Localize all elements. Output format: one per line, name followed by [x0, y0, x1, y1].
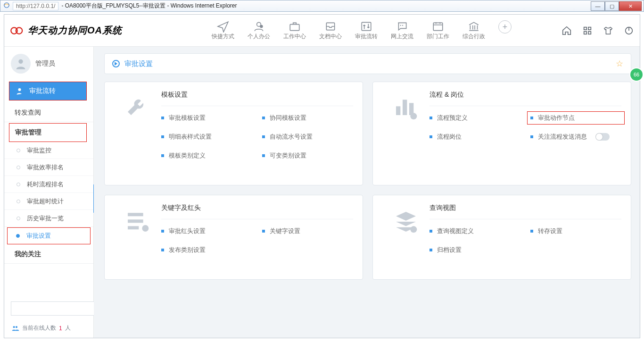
sidebar-sub-settings[interactable]: 审批设置: [7, 227, 91, 244]
svg-point-29: [410, 226, 417, 233]
breadcrumb-bar: 审批设置 ☆: [104, 53, 631, 74]
sidebar-link-manage[interactable]: 审批管理: [9, 123, 87, 142]
address-bar[interactable]: http://127.0.0.1/: [13, 2, 58, 10]
svg-point-8: [400, 25, 401, 26]
svg-rect-11: [584, 27, 587, 30]
bars-gear-icon: [393, 95, 419, 122]
link-template-category[interactable]: 模板类别定义: [161, 151, 253, 160]
card-title: 查询视图: [429, 204, 621, 219]
list-gear-icon: [124, 209, 151, 235]
home-icon[interactable]: [561, 25, 572, 36]
link-var-category[interactable]: 可变类别设置: [262, 151, 354, 160]
sidebar-primary-approval[interactable]: 审批流转: [9, 82, 86, 100]
paper-plane-icon: [217, 20, 229, 33]
content-area: 审批设置 ☆ 模板设置 审批模板设置 协同模板设置 明细表样式设置 自动流水号设…: [94, 47, 640, 338]
tools-icon: [124, 95, 151, 122]
power-icon[interactable]: [624, 25, 634, 36]
link-flow-predef[interactable]: 流程预定义: [429, 114, 521, 122]
logo: 华天动力协同OA系统: [10, 24, 122, 37]
person-icon: [253, 20, 265, 33]
flow-icon: [360, 20, 372, 33]
sidebar-sub-monitor[interactable]: 审批监控: [4, 142, 93, 159]
shirt-icon[interactable]: [603, 25, 613, 36]
svg-point-16: [18, 59, 23, 64]
link-redhead[interactable]: 审批红头设置: [161, 227, 253, 235]
svg-rect-26: [128, 219, 143, 223]
star-icon[interactable]: ☆: [616, 58, 623, 69]
bank-icon: [468, 20, 480, 33]
user-block: 管理员: [4, 47, 93, 81]
link-view-def[interactable]: 查询视图定义: [429, 227, 521, 235]
nav-personal[interactable]: 个人办公: [248, 20, 270, 41]
svg-rect-13: [584, 31, 587, 34]
link-auto-number[interactable]: 自动流水号设置: [262, 133, 354, 141]
chat-icon: [396, 20, 408, 33]
layers-gear-icon: [393, 209, 419, 235]
nav-add-button[interactable]: +: [498, 20, 512, 33]
maximize-button[interactable]: ▢: [605, 1, 619, 11]
tray-icon: [324, 20, 337, 33]
sidebar-submenu: 审批监控 审批效率排名 耗时流程排名 审批超时统计 历史审批一览 审批设置: [4, 142, 93, 245]
svg-point-4: [260, 25, 263, 28]
toggle-follow-msg[interactable]: [595, 133, 610, 141]
app-frame: 华天动力协同OA系统 快捷方式 个人办公 工作中心 文档中心 审批流转 网上交流…: [4, 14, 640, 338]
top-nav: 快捷方式 个人办公 工作中心 文档中心 审批流转 网上交流 部门工作 综合行政 …: [212, 20, 512, 41]
svg-rect-22: [403, 100, 407, 115]
nav-work[interactable]: 工作中心: [283, 20, 306, 41]
link-template-set[interactable]: 审批模板设置: [161, 114, 253, 122]
link-archive[interactable]: 归档设置: [429, 246, 521, 254]
link-flow-post[interactable]: 流程岗位: [429, 133, 521, 141]
sidebar-sub-time[interactable]: 耗时流程排名: [4, 176, 93, 193]
link-publish-cat[interactable]: 发布类别设置: [161, 246, 253, 254]
briefcase-icon: [289, 20, 301, 33]
play-bullet-icon: [112, 60, 120, 67]
link-action-node[interactable]: 审批动作节点: [527, 111, 625, 125]
sidebar-link-forward[interactable]: 转发查阅: [4, 103, 93, 122]
nav-chat[interactable]: 网上交流: [391, 20, 413, 41]
svg-rect-5: [290, 25, 299, 31]
person-check-icon: [16, 87, 25, 95]
nav-admin[interactable]: 综合行政: [462, 20, 485, 41]
nav-dept[interactable]: 部门工作: [427, 20, 449, 41]
window-title: - OA8000平台版_FPLMYSQL5--审批设置 - Windows In…: [61, 2, 237, 10]
svg-point-20: [16, 326, 17, 328]
svg-point-17: [18, 88, 21, 91]
close-button[interactable]: ✕: [619, 1, 642, 11]
card-template: 模板设置 审批模板设置 协同模板设置 明细表样式设置 自动流水号设置 模板类别定…: [104, 82, 363, 185]
app-header: 华天动力协同OA系统 快捷方式 个人办公 工作中心 文档中心 审批流转 网上交流…: [4, 15, 640, 47]
svg-rect-7: [362, 22, 371, 30]
link-transfer[interactable]: 转存设置: [530, 227, 622, 235]
ie-icon: [3, 2, 10, 10]
link-detail-style[interactable]: 明细表样式设置: [161, 133, 253, 141]
logo-text: 华天动力协同OA系统: [28, 24, 122, 37]
sidebar-sub-overtime[interactable]: 审批超时统计: [4, 193, 93, 210]
people-icon: [12, 325, 19, 331]
sidebar-search-input[interactable]: [11, 301, 99, 316]
logo-icon: [10, 26, 24, 35]
svg-point-24: [410, 113, 417, 119]
window-titlebar: http://127.0.0.1/ - OA8000平台版_FPLMYSQL5-…: [0, 0, 644, 12]
link-coop-template[interactable]: 协同模板设置: [262, 114, 354, 122]
apps-icon[interactable]: [582, 25, 593, 36]
svg-rect-12: [588, 27, 591, 30]
card-title: 模板设置: [161, 91, 353, 106]
svg-point-19: [13, 326, 15, 328]
card-title: 流程 & 岗位: [429, 91, 621, 106]
sidebar-link-follow[interactable]: 我的关注: [4, 245, 93, 264]
svg-rect-27: [128, 226, 139, 229]
nav-docs[interactable]: 文档中心: [319, 20, 342, 41]
sidebar: 管理员 审批流转 转发查阅 审批管理 审批监控 审批效率排名 耗时流程排名 审批…: [4, 47, 94, 338]
sidebar-sub-rank[interactable]: 审批效率排名: [4, 159, 93, 176]
svg-point-9: [402, 25, 403, 26]
nav-approval[interactable]: 审批流转: [355, 20, 378, 41]
link-keyword[interactable]: 关键字设置: [262, 227, 354, 235]
svg-rect-10: [433, 23, 443, 30]
card-title: 关键字及红头: [161, 204, 353, 219]
notification-badge[interactable]: 66: [630, 68, 643, 81]
user-name: 管理员: [35, 59, 55, 68]
minimize-button[interactable]: —: [591, 1, 605, 11]
sidebar-sub-history[interactable]: 历史审批一览: [4, 210, 93, 227]
card-keywords: 关键字及红头 审批红头设置 关键字设置 发布类别设置: [104, 195, 363, 280]
link-follow-msg[interactable]: 关注流程发送消息: [530, 133, 622, 141]
nav-shortcut[interactable]: 快捷方式: [212, 20, 234, 41]
